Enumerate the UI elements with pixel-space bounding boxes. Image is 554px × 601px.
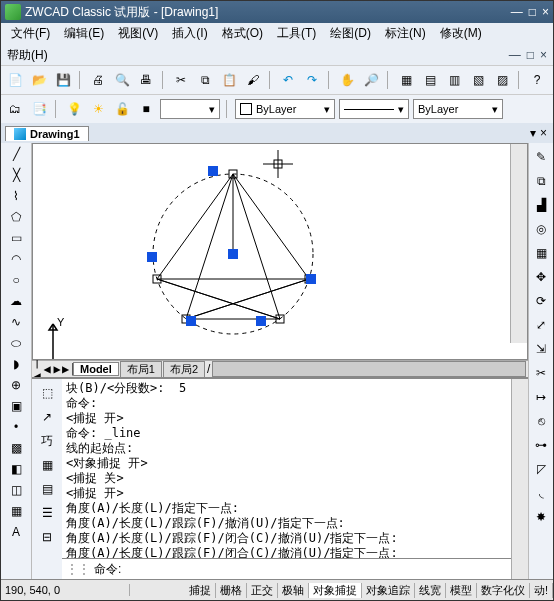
- open-icon[interactable]: 📂: [29, 70, 49, 90]
- cut-icon[interactable]: ✂: [171, 70, 191, 90]
- explode-icon[interactable]: ✸: [531, 507, 551, 527]
- gradient-icon[interactable]: ◧: [5, 460, 27, 478]
- cmd-tool2-icon[interactable]: ↗: [37, 407, 57, 427]
- prev-layout-button[interactable]: ◀: [42, 362, 52, 376]
- status-model[interactable]: 模型: [446, 583, 477, 598]
- break-icon[interactable]: ⎋: [531, 411, 551, 431]
- layer-light-icon[interactable]: 💡: [64, 99, 84, 119]
- menu-help[interactable]: 帮助(H): [7, 47, 48, 64]
- region-icon[interactable]: ◫: [5, 481, 27, 499]
- move-icon[interactable]: ✥: [531, 267, 551, 287]
- new-icon[interactable]: 📄: [5, 70, 25, 90]
- status-lwt[interactable]: 线宽: [415, 583, 446, 598]
- arc-icon[interactable]: ◠: [5, 250, 27, 268]
- scale-icon[interactable]: ⤢: [531, 315, 551, 335]
- text-icon[interactable]: A: [5, 523, 27, 541]
- layer-manager-icon[interactable]: 📑: [29, 99, 49, 119]
- mdi-maximize-button[interactable]: □: [527, 48, 534, 62]
- menu-draw[interactable]: 绘图(D): [324, 23, 377, 44]
- layout-tab-model[interactable]: Model: [73, 362, 119, 376]
- cmd-tool1-icon[interactable]: ⬚: [37, 383, 57, 403]
- redo-icon[interactable]: ↷: [302, 70, 322, 90]
- spline-icon[interactable]: ∿: [5, 313, 27, 331]
- status-snap[interactable]: 捕捉: [185, 583, 216, 598]
- tool5-icon[interactable]: ▨: [492, 70, 512, 90]
- tool3-icon[interactable]: ▥: [444, 70, 464, 90]
- close-button[interactable]: ×: [542, 5, 549, 19]
- match-icon[interactable]: 🖌: [243, 70, 263, 90]
- menu-modify[interactable]: 修改(M): [434, 23, 488, 44]
- vertical-scrollbar[interactable]: [510, 144, 527, 343]
- menu-insert[interactable]: 插入(I): [166, 23, 213, 44]
- revcloud-icon[interactable]: ☁: [5, 292, 27, 310]
- cmd-handle-icon[interactable]: ⋮⋮: [66, 562, 90, 576]
- polygon-icon[interactable]: ⬠: [5, 208, 27, 226]
- status-osnap[interactable]: 对象捕捉: [309, 583, 362, 598]
- command-input[interactable]: [121, 561, 507, 577]
- copy2-icon[interactable]: ⧉: [531, 171, 551, 191]
- fillet-icon[interactable]: ◟: [531, 483, 551, 503]
- status-ortho[interactable]: 正交: [247, 583, 278, 598]
- tab-close-icon[interactable]: ×: [540, 126, 547, 140]
- stretch-icon[interactable]: ⇲: [531, 339, 551, 359]
- extend-icon[interactable]: ↦: [531, 387, 551, 407]
- zoom-icon[interactable]: 🔎: [361, 70, 381, 90]
- status-otrack[interactable]: 对象追踪: [362, 583, 415, 598]
- undo-icon[interactable]: ↶: [278, 70, 298, 90]
- table-icon[interactable]: ▦: [5, 502, 27, 520]
- horizontal-scrollbar[interactable]: [212, 361, 526, 377]
- cmd-scrollbar[interactable]: [511, 379, 528, 579]
- document-tab[interactable]: Drawing1: [5, 126, 89, 141]
- next-layout-button[interactable]: ▶: [52, 362, 62, 376]
- menu-tools[interactable]: 工具(T): [271, 23, 322, 44]
- mirror-icon[interactable]: ▟: [531, 195, 551, 215]
- hatch-icon[interactable]: ▩: [5, 439, 27, 457]
- ellipse-arc-icon[interactable]: ◗: [5, 355, 27, 373]
- mdi-minimize-button[interactable]: —: [509, 48, 521, 62]
- tab-pin-icon[interactable]: ▾: [530, 126, 536, 140]
- polyline-icon[interactable]: ⌇: [5, 187, 27, 205]
- point-icon[interactable]: •: [5, 418, 27, 436]
- drawing-canvas[interactable]: X Y: [32, 143, 528, 360]
- layout-tab-1[interactable]: 布局1: [120, 361, 162, 378]
- erase-icon[interactable]: ✎: [531, 147, 551, 167]
- array-icon[interactable]: ▦: [531, 243, 551, 263]
- cmd-tool3-icon[interactable]: 巧: [37, 431, 57, 451]
- status-tablet[interactable]: 数字化仪: [477, 583, 530, 598]
- cmd-tool4-icon[interactable]: ▦: [37, 455, 57, 475]
- insert-icon[interactable]: ⊕: [5, 376, 27, 394]
- paste-icon[interactable]: 📋: [219, 70, 239, 90]
- tool2-icon[interactable]: ▤: [420, 70, 440, 90]
- status-dyn[interactable]: 动!: [530, 583, 553, 598]
- lineweight-combo[interactable]: ByLayer ▾: [413, 99, 503, 119]
- menu-view[interactable]: 视图(V): [112, 23, 164, 44]
- join-icon[interactable]: ⊶: [531, 435, 551, 455]
- cmd-tool6-icon[interactable]: ☰: [37, 503, 57, 523]
- menu-format[interactable]: 格式(O): [216, 23, 269, 44]
- help-icon[interactable]: ?: [527, 70, 547, 90]
- minimize-button[interactable]: —: [511, 5, 523, 19]
- status-grid[interactable]: 栅格: [216, 583, 247, 598]
- linetype-combo[interactable]: ▾: [339, 99, 409, 119]
- copy-icon[interactable]: ⧉: [195, 70, 215, 90]
- menu-edit[interactable]: 编辑(E): [58, 23, 110, 44]
- layer-props-icon[interactable]: 🗂: [5, 99, 25, 119]
- last-layout-button[interactable]: ▶|: [62, 362, 72, 376]
- tool4-icon[interactable]: ▧: [468, 70, 488, 90]
- command-history[interactable]: 块(B)/<分段数>: 5 命令: <捕捉 开> 命令: _line 线的起始点…: [62, 379, 511, 558]
- plot-icon[interactable]: 🖶: [136, 70, 156, 90]
- xline-icon[interactable]: ╳: [5, 166, 27, 184]
- circle-icon[interactable]: ○: [5, 271, 27, 289]
- block-icon[interactable]: ▣: [5, 397, 27, 415]
- print-icon[interactable]: 🖨: [88, 70, 108, 90]
- layer-color-icon[interactable]: ■: [136, 99, 156, 119]
- offset-icon[interactable]: ◎: [531, 219, 551, 239]
- tool1-icon[interactable]: ▦: [396, 70, 416, 90]
- preview-icon[interactable]: 🔍: [112, 70, 132, 90]
- rotate-icon[interactable]: ⟳: [531, 291, 551, 311]
- status-polar[interactable]: 极轴: [278, 583, 309, 598]
- pan-icon[interactable]: ✋: [337, 70, 357, 90]
- color-combo[interactable]: ByLayer ▾: [235, 99, 335, 119]
- cmd-tool7-icon[interactable]: ⊟: [37, 527, 57, 547]
- menu-dimension[interactable]: 标注(N): [379, 23, 432, 44]
